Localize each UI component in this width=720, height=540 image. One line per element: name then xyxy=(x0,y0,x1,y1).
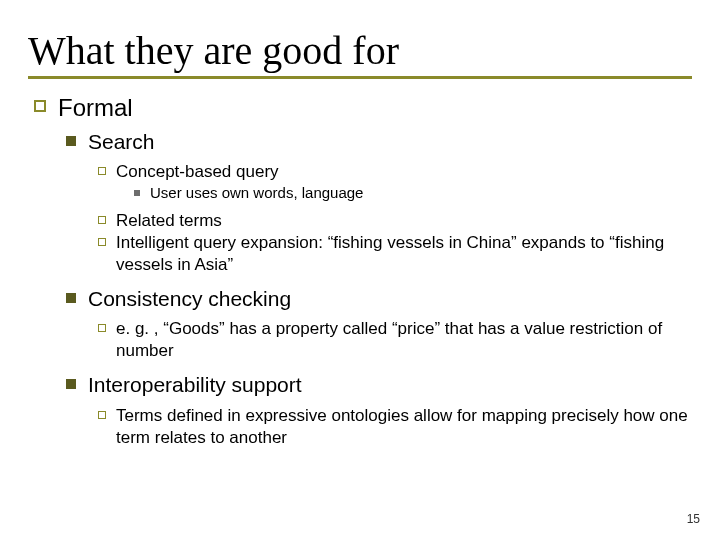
hollow-square-small-icon xyxy=(98,216,106,224)
slide: What they are good for Formal Search Con… xyxy=(0,0,720,540)
hollow-square-icon xyxy=(34,100,46,112)
solid-square-icon xyxy=(66,379,76,389)
bullet-level3: Related terms xyxy=(98,210,692,232)
level1-label: Formal xyxy=(58,93,692,123)
bullet-level1: Formal xyxy=(34,93,692,123)
bullet-level3: Terms defined in expressive ontologies a… xyxy=(98,405,692,449)
section-heading: Search xyxy=(88,129,692,155)
hollow-square-small-icon xyxy=(98,324,106,332)
bullet-level3: Concept-based query xyxy=(98,161,692,183)
bullet-level2: Interoperability support xyxy=(66,372,692,398)
bullet-level3: e. g. , “Goods” has a property called “p… xyxy=(98,318,692,362)
bullet-level3: Intelligent query expansion: “fishing ve… xyxy=(98,232,692,276)
point-text: Terms defined in expressive ontologies a… xyxy=(116,405,692,449)
page-number: 15 xyxy=(687,512,700,526)
bullet-level4: User uses own words, language xyxy=(134,183,692,203)
solid-square-small-icon xyxy=(134,190,140,196)
point-text: Related terms xyxy=(116,210,692,232)
bullet-level2: Consistency checking xyxy=(66,286,692,312)
slide-title: What they are good for xyxy=(28,30,692,72)
point-text: Intelligent query expansion: “fishing ve… xyxy=(116,232,692,276)
title-divider xyxy=(28,76,692,79)
point-text: e. g. , “Goods” has a property called “p… xyxy=(116,318,692,362)
point-text: Concept-based query xyxy=(116,161,692,183)
solid-square-icon xyxy=(66,293,76,303)
hollow-square-small-icon xyxy=(98,167,106,175)
subpoint-text: User uses own words, language xyxy=(150,183,692,203)
section-heading: Interoperability support xyxy=(88,372,692,398)
hollow-square-small-icon xyxy=(98,411,106,419)
hollow-square-small-icon xyxy=(98,238,106,246)
section-heading: Consistency checking xyxy=(88,286,692,312)
solid-square-icon xyxy=(66,136,76,146)
bullet-level2: Search xyxy=(66,129,692,155)
